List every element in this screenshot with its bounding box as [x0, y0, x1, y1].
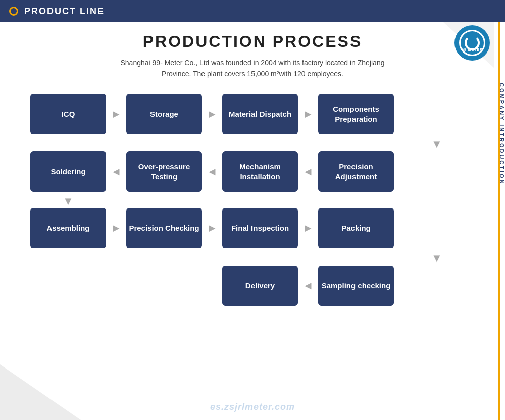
- box-material-dispatch: Material Dispatch: [222, 94, 298, 134]
- arrow-right-2: ►: [202, 108, 222, 121]
- flow-row-1: ICQ ► Storage ► Material Dispatch ► Comp…: [30, 94, 475, 134]
- box-storage: Storage: [126, 94, 202, 134]
- logo-text: 99 METER: [462, 48, 483, 51]
- box-assembling: Assembling: [30, 208, 106, 248]
- flow-row-4: Delivery ◄ Sampling checking: [30, 266, 475, 306]
- box-icq: ICQ: [30, 94, 106, 134]
- box-soldering: Soldering: [30, 151, 106, 192]
- arrow-down-soldering: ▼: [30, 195, 475, 208]
- company-logo: 99 METER: [454, 25, 490, 61]
- header-bar: PRODUCT LINE: [0, 0, 505, 22]
- box-mechanism-installation: Mechanism Installation: [222, 151, 298, 192]
- arrow-down-icon-2: ▼: [30, 195, 106, 208]
- arrow-down-comp-prep: ▼: [30, 137, 475, 151]
- flow-diagram: ICQ ► Storage ► Material Dispatch ► Comp…: [20, 94, 485, 306]
- header-title: PRODUCT LINE: [24, 6, 105, 17]
- arrow-left-2: ◄: [202, 165, 222, 178]
- arrow-right-1: ►: [106, 108, 126, 121]
- box-over-pressure: Over-pressure Testing: [126, 151, 202, 192]
- arrow-right-6: ►: [298, 222, 318, 235]
- logo-inner: 99 METER: [459, 30, 485, 56]
- box-precision-checking: Precision Checking: [126, 208, 202, 248]
- arrow-left-4: ◄: [298, 279, 318, 292]
- box-final-inspection: Final Inspection: [222, 208, 298, 248]
- box-components-preparation: Components Preparation: [318, 94, 394, 134]
- box-precision-adjustment: Precision Adjustment: [318, 151, 394, 192]
- box-delivery: Delivery: [222, 266, 298, 306]
- description-line2: Province. The plant covers 15,000 m²with…: [162, 70, 343, 78]
- box-sampling-checking: Sampling checking: [318, 266, 394, 306]
- arrow-right-3: ►: [298, 108, 318, 121]
- arrow-left-1: ◄: [106, 165, 126, 178]
- flow-row-2: Soldering ◄ Over-pressure Testing ◄ Mech…: [30, 151, 475, 192]
- arrow-down-icon-3: ▼: [399, 251, 475, 266]
- arrow-right-5: ►: [202, 222, 222, 235]
- page-title: PRODUCTION PROCESS: [20, 32, 485, 51]
- arrow-left-3: ◄: [298, 165, 318, 178]
- page-description: Shanghai 99- Meter Co., Ltd was founded …: [20, 57, 485, 80]
- description-line1: Shanghai 99- Meter Co., Ltd was founded …: [121, 59, 385, 67]
- main-content: PRODUCTION PROCESS Shanghai 99- Meter Co…: [0, 22, 505, 314]
- arrow-down-icon-1: ▼: [399, 137, 475, 151]
- watermark: es.zsjrlmeter.com: [210, 402, 295, 412]
- triangle-decoration-bottom: [0, 364, 81, 420]
- arrow-down-packing: ▼: [30, 251, 475, 266]
- flow-row-3: Assembling ► Precision Checking ► Final …: [30, 208, 475, 248]
- box-packing: Packing: [318, 208, 394, 248]
- arrow-right-4: ►: [106, 222, 126, 235]
- header-circle-icon: [9, 7, 18, 16]
